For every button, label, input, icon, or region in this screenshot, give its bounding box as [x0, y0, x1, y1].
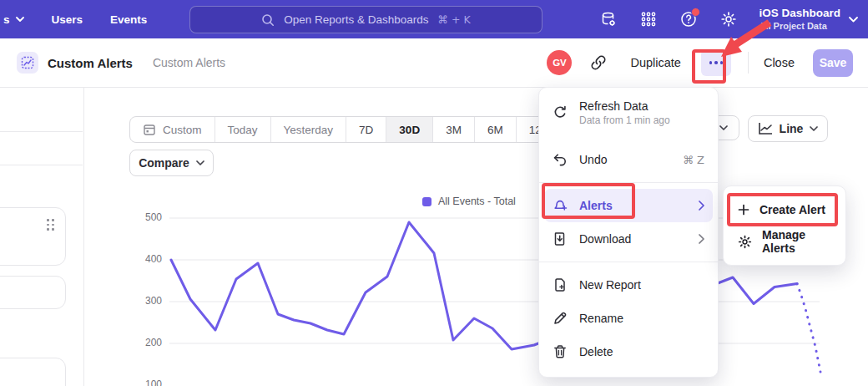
range-6m[interactable]: 6M [475, 117, 517, 142]
top-nav: s Users Events Open Reports & Dashboards… [0, 0, 868, 38]
divider [539, 262, 718, 262]
save-button[interactable]: Save [813, 49, 853, 77]
range-today[interactable]: Today [215, 117, 271, 142]
drag-handle-icon[interactable] [47, 219, 54, 231]
sidebar-card[interactable] [0, 358, 66, 386]
page-title: Custom Alerts [48, 56, 133, 70]
manage-alerts-item[interactable]: Manage Alerts [724, 226, 845, 257]
notification-dot [691, 8, 700, 17]
pencil-icon [553, 311, 568, 326]
search-input[interactable]: Open Reports & Dashboards ⌘ + K [189, 6, 542, 33]
duplicate-button[interactable]: Duplicate [630, 56, 680, 69]
chevron-down-icon [196, 160, 204, 165]
legend-item[interactable]: All Events - Total [422, 196, 516, 207]
bell-plus-icon [553, 198, 568, 213]
magnifier-icon [261, 13, 275, 27]
settings-gear-icon[interactable] [719, 9, 739, 29]
line-chart-icon [758, 122, 773, 135]
trash-icon [553, 344, 568, 359]
y-axis-label: 300 [132, 295, 162, 307]
download-file-icon [553, 231, 568, 246]
y-axis-label: 500 [132, 211, 162, 223]
range-3m[interactable]: 3M [433, 117, 475, 142]
nav-item-events[interactable]: Events [110, 13, 147, 26]
help-icon[interactable] [679, 9, 699, 29]
breadcrumb: Custom Alerts [153, 56, 225, 69]
divider [0, 131, 83, 132]
more-options-button[interactable] [701, 49, 731, 76]
divider [539, 182, 718, 183]
chevron-down-icon [719, 125, 728, 130]
alerts-menu-item[interactable]: Alerts [544, 189, 713, 222]
legend-swatch [422, 197, 431, 206]
chevron-down-icon [16, 17, 24, 22]
alerts-submenu: Create Alert Manage Alerts [723, 185, 846, 266]
range-7d[interactable]: 7D [346, 117, 386, 142]
project-switcher[interactable]: iOS Dashboard All Project Data [759, 7, 858, 33]
report-header: Custom Alerts Custom Alerts GV Duplicate… [0, 38, 868, 88]
chevron-right-icon [699, 201, 704, 211]
project-scope: All Project Data [759, 21, 840, 33]
new-report-icon [553, 277, 568, 292]
close-button[interactable]: Close [764, 56, 795, 69]
chevron-down-icon [849, 17, 858, 23]
chevron-down-icon [810, 126, 818, 131]
report-options-menu: Refresh Data Data from 1 min ago Undo ⌘ … [538, 87, 719, 378]
series-line-projected [797, 284, 820, 373]
delete-menu-item[interactable]: Delete [539, 335, 718, 368]
search-shortcut: ⌘ + K [438, 13, 471, 26]
divider [748, 52, 749, 74]
range-30d-selected[interactable]: 30D [386, 117, 433, 142]
y-axis-label: 100 [132, 378, 162, 386]
download-menu-item[interactable]: Download [539, 222, 718, 256]
apps-grid-icon[interactable] [638, 9, 659, 29]
copy-link-icon[interactable] [590, 54, 607, 71]
chevron-right-icon [699, 234, 704, 244]
plus-icon [738, 204, 749, 216]
range-custom[interactable]: Custom [130, 117, 215, 142]
sidebar-card[interactable] [0, 276, 66, 309]
y-axis-label: 400 [132, 253, 162, 265]
nav-item-users[interactable]: Users [52, 13, 83, 26]
search-placeholder: Open Reports & Dashboards [284, 13, 428, 26]
dashboard-name: iOS Dashboard [759, 7, 840, 21]
data-management-icon[interactable] [598, 9, 618, 29]
date-range-control: Custom Today Yesterday 7D 30D 3M 6M 12M [129, 116, 564, 143]
refresh-data-menu-item[interactable]: Refresh Data Data from 1 min ago [539, 96, 718, 143]
undo-icon [553, 152, 568, 167]
new-report-menu-item[interactable]: New Report [539, 268, 718, 302]
nav-item-boards-truncated[interactable]: s [3, 13, 24, 26]
sidebar [0, 87, 84, 386]
range-yesterday[interactable]: Yesterday [271, 117, 347, 142]
chart-type-button[interactable]: Line [748, 115, 828, 142]
report-chart-icon [17, 52, 38, 74]
sidebar-card[interactable] [0, 207, 66, 266]
legend-label: All Events - Total [438, 196, 516, 207]
rename-menu-item[interactable]: Rename [539, 302, 718, 335]
gear-icon [738, 235, 752, 249]
divider [0, 165, 83, 165]
refresh-icon [553, 105, 568, 120]
refresh-status: Data from 1 min ago [579, 114, 670, 126]
undo-menu-item[interactable]: Undo ⌘ Z [539, 143, 718, 176]
compare-button[interactable]: Compare [129, 150, 214, 176]
create-alert-item[interactable]: Create Alert [724, 194, 845, 226]
calendar-icon [143, 123, 156, 136]
y-axis-label: 200 [132, 337, 162, 348]
avatar[interactable]: GV [547, 50, 572, 75]
undo-shortcut: ⌘ Z [683, 154, 704, 166]
